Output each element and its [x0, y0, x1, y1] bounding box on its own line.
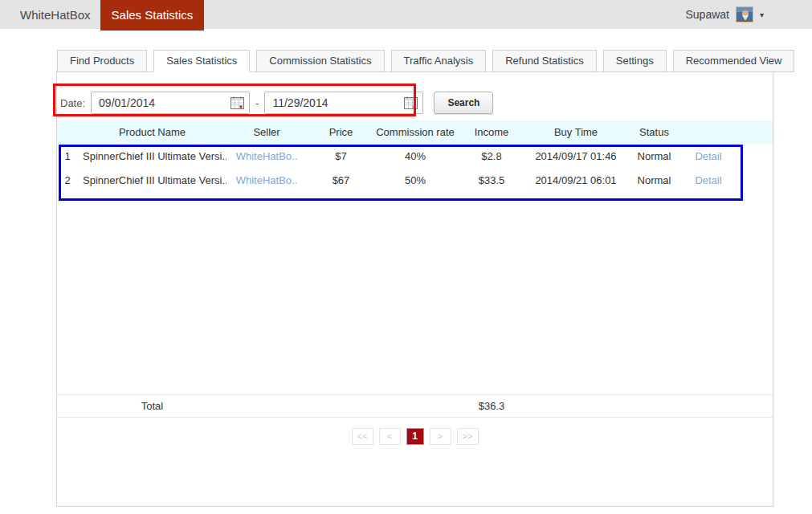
header-buy-time: Buy Time	[528, 120, 624, 144]
seller-link[interactable]: WhiteHatBo..	[236, 150, 298, 162]
date-filter-bar: Date: 09/01/2014 - 11/29/2014 Search	[57, 72, 773, 120]
date-from-input[interactable]: 09/01/2014	[91, 92, 250, 114]
calendar-icon[interactable]	[231, 96, 244, 109]
pagination-page-1-button[interactable]: 1	[406, 428, 424, 445]
pagination: << < 1 > >>	[57, 428, 773, 445]
nav-item-sales-statistics[interactable]: Sales Statistics	[100, 0, 205, 31]
content-panel: Date: 09/01/2014 - 11/29/2014 Search	[56, 72, 773, 507]
tab-traffic-analysis[interactable]: Traffic Analysis	[391, 50, 487, 72]
top-navigation-bar: WhiteHatBox Sales Statistics Supawat ▾	[0, 0, 812, 29]
row-number: 2	[57, 168, 78, 192]
user-avatar[interactable]	[736, 6, 753, 22]
table-header-row: Product Name Seller Price Commission rat…	[57, 120, 773, 144]
total-income: $36.3	[455, 395, 528, 418]
date-to-value: 11/29/2014	[272, 96, 328, 109]
header-status: Status	[624, 120, 684, 144]
tab-sales-statistics[interactable]: Sales Statistics	[153, 50, 250, 72]
tab-settings[interactable]: Settings	[603, 50, 667, 72]
commission-rate: 40%	[375, 144, 455, 168]
chevron-down-icon: ▾	[760, 10, 764, 19]
buy-time: 2014/09/17 01:46	[528, 144, 624, 168]
username: Supawat	[685, 8, 728, 21]
header-commission-rate: Commission rate	[375, 120, 455, 144]
commission-rate: 50%	[375, 168, 455, 192]
brand-logo[interactable]: WhiteHatBox	[20, 8, 91, 22]
status: Normal	[624, 144, 684, 168]
date-to-input[interactable]: 11/29/2014	[264, 92, 423, 114]
pagination-last-button[interactable]: >>	[457, 428, 479, 445]
empty-area	[57, 192, 773, 394]
date-from-value: 09/01/2014	[99, 96, 155, 109]
pagination-prev-button[interactable]: <	[379, 428, 401, 445]
pagination-first-button[interactable]: <<	[352, 428, 373, 445]
header-product-name: Product Name	[78, 120, 226, 144]
buy-time: 2014/09/21 06:01	[528, 168, 624, 192]
tab-find-products[interactable]: Find Products	[57, 50, 147, 72]
calendar-icon[interactable]	[404, 96, 418, 109]
date-range-separator: -	[255, 97, 259, 109]
income: $2.8	[455, 144, 528, 168]
tab-commission-statistics[interactable]: Commission Statistics	[256, 50, 384, 72]
header-income: Income	[455, 120, 528, 144]
income: $33.5	[455, 168, 528, 192]
search-button[interactable]: Search	[434, 92, 493, 114]
tab-refund-statistics[interactable]: Refund Statistics	[492, 50, 597, 72]
product-name: SpinnerChief III Ultimate Versi...	[78, 168, 226, 192]
tab-bar: Find Products Sales Statistics Commissio…	[56, 50, 773, 72]
header-detail	[684, 120, 732, 144]
tab-recommended-view[interactable]: Recommended View	[673, 50, 795, 72]
row-number: 1	[57, 144, 78, 168]
detail-link[interactable]: Detail	[695, 174, 721, 186]
product-name: SpinnerChief III Ultimate Versi...	[78, 144, 226, 168]
user-menu[interactable]: Supawat ▾	[685, 0, 764, 29]
total-label: Total	[78, 395, 226, 418]
header-fill	[732, 120, 773, 144]
main-content: Find Products Sales Statistics Commissio…	[56, 50, 773, 507]
detail-link[interactable]: Detail	[695, 150, 721, 162]
total-row: Total $36.3	[57, 394, 773, 418]
status: Normal	[624, 168, 684, 192]
seller-link[interactable]: WhiteHatBo..	[236, 174, 298, 186]
table-row: 1 SpinnerChief III Ultimate Versi... Whi…	[57, 144, 773, 168]
sales-table: Product Name Seller Price Commission rat…	[57, 120, 773, 192]
header-price: Price	[307, 120, 375, 144]
table-row: 2 SpinnerChief III Ultimate Versi... Whi…	[57, 168, 773, 192]
date-label: Date:	[60, 97, 85, 109]
price: $7	[307, 144, 375, 168]
header-rownum	[57, 120, 78, 144]
header-seller: Seller	[226, 120, 307, 144]
pagination-next-button[interactable]: >	[430, 428, 451, 445]
price: $67	[307, 168, 375, 192]
